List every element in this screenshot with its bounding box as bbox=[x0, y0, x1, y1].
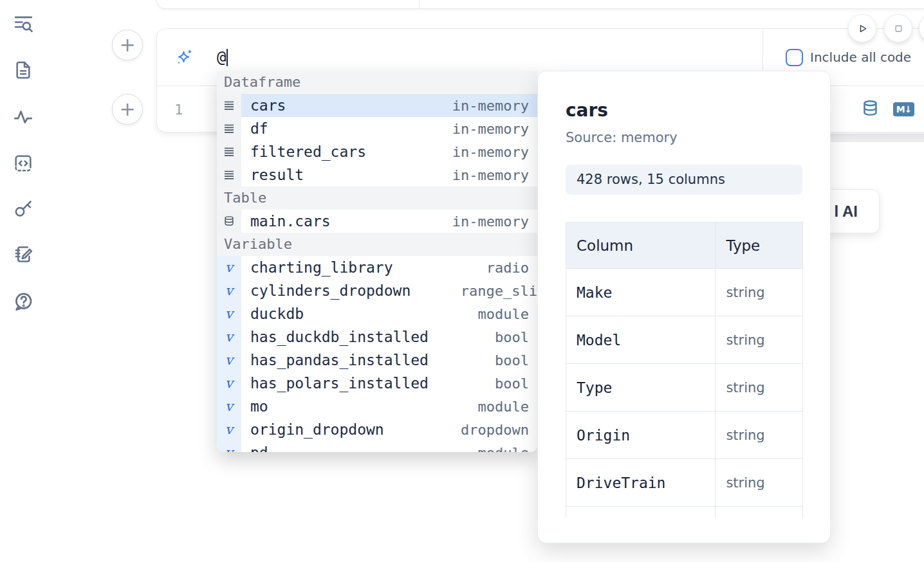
table-icon bbox=[217, 210, 241, 233]
schema-row bbox=[566, 507, 803, 518]
autocomplete-item-content: has_duckdb_installedbool bbox=[241, 325, 537, 349]
column-name-cell: Make bbox=[566, 269, 716, 316]
schema-row: Typestring bbox=[566, 364, 803, 412]
autocomplete-item-filtered_cars[interactable]: filtered_carsin-memory bbox=[217, 140, 537, 163]
include-all-code-checkbox[interactable] bbox=[786, 49, 803, 66]
autocomplete-item-content: has_pandas_installedbool bbox=[241, 349, 537, 372]
sidebar-notebook-edit-button[interactable] bbox=[9, 241, 37, 269]
item-name: pd bbox=[250, 444, 268, 452]
autocomplete-section-dataframe: Dataframe bbox=[217, 71, 537, 94]
variable-icon: v bbox=[217, 418, 241, 441]
preview-shape-badge: 428 rows, 15 columns bbox=[566, 165, 802, 195]
item-type: radio bbox=[486, 260, 529, 276]
sidebar-list-search-button[interactable] bbox=[9, 10, 37, 39]
stop-icon bbox=[892, 23, 905, 35]
autocomplete-item-result[interactable]: resultin-memory bbox=[217, 163, 537, 186]
stop-cell-button[interactable] bbox=[884, 14, 912, 42]
autocomplete-item-content: duckdbmodule bbox=[241, 302, 537, 325]
line-number: 1 bbox=[174, 102, 183, 118]
play-icon bbox=[856, 22, 869, 35]
cell-console-strip bbox=[822, 134, 924, 142]
autocomplete-item-cylinders_dropdown[interactable]: vcylinders_dropdownrange_sli bbox=[217, 279, 537, 302]
variable-icon: v bbox=[217, 395, 241, 418]
sparkles-icon bbox=[175, 48, 194, 67]
dataframe-icon bbox=[217, 163, 241, 186]
database-button[interactable] bbox=[862, 100, 879, 119]
list-search-icon bbox=[13, 13, 34, 36]
column-type-cell bbox=[716, 507, 803, 518]
sidebar-help-circle-button[interactable] bbox=[9, 288, 37, 316]
variable-icon: v bbox=[217, 302, 241, 325]
schema-row: Modelstring bbox=[566, 316, 803, 364]
add-cell-above-button[interactable]: + bbox=[112, 30, 143, 60]
text-caret bbox=[226, 49, 228, 66]
item-name: mo bbox=[250, 398, 268, 415]
sidebar-file-text-button[interactable] bbox=[9, 57, 37, 85]
autocomplete-item-has_polars_installed[interactable]: vhas_polars_installedbool bbox=[217, 372, 537, 395]
autocomplete-item-content: pdmodule bbox=[241, 441, 537, 452]
column-type-cell: string bbox=[716, 364, 803, 412]
dataframe-icon bbox=[217, 117, 241, 140]
preview-schema-table: Column Type MakestringModelstringTypestr… bbox=[566, 222, 803, 518]
add-cell-below-button[interactable]: + bbox=[112, 94, 143, 125]
sidebar-code-block-button[interactable] bbox=[9, 150, 37, 178]
preview-source: Source: memory bbox=[566, 130, 830, 145]
schema-row: Makestring bbox=[566, 269, 803, 316]
item-type: in-memory bbox=[452, 121, 529, 137]
schema-row: Originstring bbox=[566, 412, 803, 459]
variable-icon: v bbox=[217, 325, 241, 349]
autocomplete-item-cars[interactable]: carsin-memory bbox=[217, 94, 537, 117]
sidebar-activity-button[interactable] bbox=[9, 104, 37, 132]
variable-icon: v bbox=[217, 279, 241, 302]
notebook-edit-icon bbox=[13, 244, 34, 267]
item-type: bool bbox=[495, 352, 529, 368]
autocomplete-item-has_pandas_installed[interactable]: vhas_pandas_installedbool bbox=[217, 349, 537, 372]
markdown-icon: M↓ bbox=[893, 102, 914, 116]
item-name: main.cars bbox=[250, 213, 331, 230]
item-type: module bbox=[478, 306, 529, 322]
preview-table-wrap: Column Type MakestringModelstringTypestr… bbox=[566, 222, 803, 518]
item-name: has_pandas_installed bbox=[250, 352, 429, 368]
item-type: dropdown bbox=[461, 422, 529, 438]
activity-icon bbox=[12, 106, 34, 130]
item-name: df bbox=[250, 120, 268, 137]
autocomplete-item-origin_dropdown[interactable]: vorigin_dropdowndropdown bbox=[217, 418, 537, 441]
autocomplete-item-charting_library[interactable]: vcharting_libraryradio bbox=[217, 256, 537, 279]
preview-title: cars bbox=[566, 100, 830, 121]
autocomplete-item-content: main.carsin-memory bbox=[241, 210, 537, 233]
prompt-value: @ bbox=[217, 48, 226, 66]
item-type: range_sli bbox=[461, 283, 537, 299]
column-name-cell: DriveTrain bbox=[566, 459, 716, 507]
item-name: cylinders_dropdown bbox=[250, 282, 411, 299]
autocomplete-item-main.cars[interactable]: main.carsin-memory bbox=[217, 210, 537, 233]
autocomplete-item-duckdb[interactable]: vduckdbmodule bbox=[217, 302, 537, 325]
previous-cell-divider bbox=[419, 1, 420, 8]
autocomplete-item-content: origin_dropdowndropdown bbox=[241, 418, 537, 441]
item-name: duckdb bbox=[250, 305, 304, 322]
help-circle-icon bbox=[12, 291, 34, 314]
autocomplete-item-pd[interactable]: vpdmodule bbox=[217, 441, 537, 452]
code-block-icon bbox=[13, 153, 33, 176]
variable-icon: v bbox=[217, 349, 241, 372]
column-name-cell: Type bbox=[566, 364, 716, 412]
item-type: in-memory bbox=[452, 167, 529, 183]
sidebar-key-button[interactable] bbox=[9, 195, 37, 224]
item-type: in-memory bbox=[452, 98, 529, 114]
column-name-cell bbox=[566, 507, 716, 518]
column-type-cell: string bbox=[716, 316, 803, 364]
autocomplete-section-variable: Variable bbox=[217, 233, 537, 256]
file-text-icon bbox=[13, 60, 33, 82]
autocomplete-item-df[interactable]: dfin-memory bbox=[217, 117, 537, 140]
run-cell-button[interactable] bbox=[848, 14, 876, 42]
autocomplete-item-content: resultin-memory bbox=[241, 163, 537, 186]
include-all-code-label: Include all code bbox=[810, 50, 911, 65]
autocomplete-item-mo[interactable]: vmomodule bbox=[217, 395, 537, 418]
variable-icon: v bbox=[217, 372, 241, 395]
dataframe-icon bbox=[217, 140, 241, 163]
autocomplete-item-has_duckdb_installed[interactable]: vhas_duckdb_installedbool bbox=[217, 325, 537, 349]
table-header-row: Column Type bbox=[566, 222, 803, 269]
item-name: charting_library bbox=[250, 259, 393, 276]
autocomplete-item-content: carsin-memory bbox=[241, 94, 537, 117]
cell-toolbar: M↓ bbox=[862, 100, 914, 119]
markdown-button[interactable]: M↓ bbox=[893, 102, 914, 116]
